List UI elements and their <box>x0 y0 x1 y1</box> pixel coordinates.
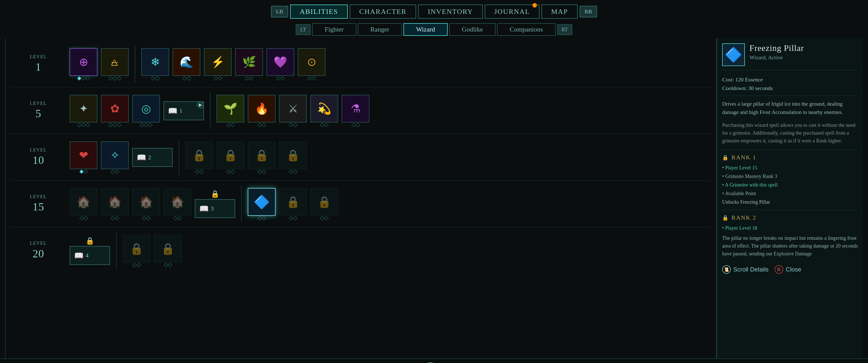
dot <box>355 123 360 127</box>
tab-map[interactable]: MAP <box>541 4 578 19</box>
ability-slot-spell-5-1[interactable]: 🌱 <box>217 95 244 123</box>
ability-slot-spell-1-5[interactable]: 💜 <box>267 48 294 76</box>
ability-slot-spell-20-1[interactable]: 🔒 <box>123 235 150 263</box>
bumper-left[interactable]: LB <box>271 6 288 18</box>
ability-slot-spell-1-3[interactable]: ⚡ <box>204 48 231 76</box>
tab-journal[interactable]: ! JOURNAL <box>485 4 540 19</box>
dot <box>226 170 230 174</box>
level-15-left-abilities: 🏠 🏠 <box>70 188 235 220</box>
ability-slot-5-1[interactable]: ✦ <box>70 95 97 123</box>
ability-slot-15-2[interactable]: 🏠 <box>101 188 129 216</box>
ability-slot-spell-20-2[interactable]: 🔒 <box>154 235 182 263</box>
tab-character[interactable]: CHARACTER <box>350 4 416 19</box>
dot <box>257 216 262 221</box>
grimoire-slot-3[interactable]: 📖 3 <box>195 199 235 218</box>
slot-wrapper: 🔒 <box>310 188 338 220</box>
ability-icon-spell-5-2: 🔥 <box>252 99 272 119</box>
ability-slot-15-1[interactable]: 🏠 <box>70 188 97 216</box>
slot-wrapper: 💜 <box>267 48 294 80</box>
ability-slot-1-1[interactable]: ⊕ <box>70 48 97 76</box>
ability-slot-10-2[interactable]: ✧ <box>101 141 129 169</box>
slot-dots <box>321 217 328 220</box>
level-5-badge: LEVEL 5 <box>10 88 66 134</box>
slot-wrapper: 🌱 <box>217 95 244 127</box>
detail-panel: 🔷 Freezing Pillar Wizard, Active Cost: 1… <box>717 38 863 359</box>
bumper-right[interactable]: RB <box>580 6 597 18</box>
subtab-wizard[interactable]: Wizard <box>403 23 447 36</box>
ability-slot-spell-5-5[interactable]: ⚗ <box>342 95 369 123</box>
ability-slot-5-3[interactable]: ◎ <box>132 95 160 123</box>
tab-inventory[interactable]: INVENTORY <box>418 4 483 19</box>
ability-slot-spell-5-3[interactable]: ⚔ <box>279 95 307 123</box>
level-10-label-col: LEVEL 10 <box>10 134 66 181</box>
dot <box>289 216 293 221</box>
ability-icon-spell-1-1: ❄ <box>145 52 165 72</box>
ability-slot-1-2[interactable]: 🜁 <box>101 48 129 76</box>
trigger-right[interactable]: RT <box>557 24 572 35</box>
ability-slot-spell-1-6[interactable]: ⊙ <box>298 48 326 76</box>
ability-slot-spell-1-1[interactable]: ❄ <box>141 48 169 76</box>
ability-slot-spell-1-4[interactable]: 🌿 <box>235 48 263 76</box>
slot-wrapper: ◎ <box>132 95 160 127</box>
dot <box>324 123 329 127</box>
dot <box>230 123 235 127</box>
ability-icon-spell-10-4: 🔒 <box>283 145 303 165</box>
ability-slot-15-4[interactable]: 🏠 <box>163 188 191 216</box>
main-layout: LEVEL 1 ⊕ <box>0 38 868 359</box>
grimoire-icon-3: 📖 <box>199 204 209 213</box>
ability-slot-spell-15-3[interactable]: 🔒 <box>310 188 338 216</box>
slot-dots <box>227 124 234 127</box>
detail-cooldown-line: Cooldown: 30 seconds <box>722 85 858 92</box>
ability-slot-spell-10-4[interactable]: 🔒 <box>279 141 307 169</box>
dot <box>214 76 218 81</box>
level-20-right-abilities: 🔒 🔒 <box>123 235 711 267</box>
grimoire-slot-1[interactable]: 📖 1 ▶ <box>163 101 204 120</box>
ability-slot-spell-1-2[interactable]: 🌊 <box>173 48 200 76</box>
dot <box>148 123 153 127</box>
slot-wrapper: ⊕ <box>70 48 97 80</box>
slot-dots <box>174 217 181 220</box>
ability-slot-10-1[interactable]: ❤ <box>70 141 97 169</box>
ability-slot-spell-10-3[interactable]: 🔒 <box>248 141 276 169</box>
close-button[interactable]: B Close <box>775 265 801 274</box>
dot <box>324 216 329 221</box>
ability-slot-spell-5-4[interactable]: 💫 <box>310 95 338 123</box>
rank-1-header: 🔒 RANK 1 <box>722 154 858 161</box>
ability-slot-spell-15-2[interactable]: 🔒 <box>279 188 307 216</box>
scroll-details-button[interactable]: 📜 Scroll Details <box>722 265 769 274</box>
grimoire-slot-2[interactable]: 📖 2 <box>132 148 173 167</box>
ability-icon-5-1: ✦ <box>73 99 94 119</box>
dot <box>108 76 113 81</box>
grimoire-num-3: 3 <box>211 205 214 212</box>
slot-wrapper: 🔒 <box>123 235 150 267</box>
dot <box>117 123 121 127</box>
subtab-companions[interactable]: Companions <box>497 23 555 36</box>
tab-abilities[interactable]: ABILITIES <box>290 4 348 19</box>
ability-slot-15-3[interactable]: 🏠 <box>132 188 160 216</box>
slot-wrapper: 🏠 <box>132 188 160 220</box>
dot <box>108 123 113 127</box>
grimoire-slot-4[interactable]: 📖 4 <box>70 246 110 265</box>
ability-icon-spell-10-1: 🔒 <box>189 145 209 165</box>
subtab-ranger[interactable]: Ranger <box>358 23 402 36</box>
slot-wrapper: 🔒 <box>217 141 244 173</box>
level-5-label-col: LEVEL 5 <box>10 88 66 134</box>
ability-slot-freezing-pillar[interactable]: 🔷 <box>248 188 276 216</box>
ability-icon-spell-15-2: 🔒 <box>283 192 303 212</box>
ability-slot-spell-10-2[interactable]: 🔒 <box>217 141 244 169</box>
row-divider <box>135 46 135 82</box>
level-15-right-abilities: 🔷 🔒 <box>248 188 711 220</box>
ability-slot-5-2[interactable]: ✿ <box>101 95 129 123</box>
trigger-left[interactable]: LT <box>296 24 311 35</box>
subtab-godlike[interactable]: Godlike <box>449 23 496 36</box>
ability-icon-freezing-pillar: 🔷 <box>252 192 272 212</box>
subtab-fighter[interactable]: Fighter <box>312 23 356 36</box>
ability-slot-spell-5-2[interactable]: 🔥 <box>248 95 276 123</box>
slot-dots <box>246 77 253 80</box>
dot <box>115 170 119 174</box>
ability-icon-spell-5-4: 💫 <box>314 99 334 119</box>
slot-dots <box>258 217 266 220</box>
dot <box>195 170 199 174</box>
ability-slot-spell-10-1[interactable]: 🔒 <box>185 141 213 169</box>
slot-dots <box>80 217 87 220</box>
